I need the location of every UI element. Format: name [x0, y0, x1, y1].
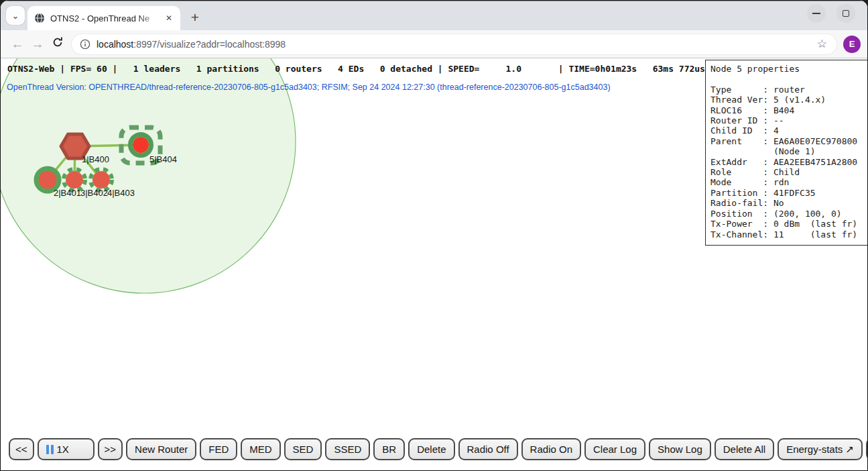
speed-label: 1X: [57, 443, 69, 455]
maximize-icon: [843, 10, 849, 17]
node-label-3: 3|B402: [80, 188, 108, 198]
profile-avatar[interactable]: E: [843, 36, 861, 53]
tab-strip: ⌄ OTNS2 - OpenThread Ne ✕ +: [1, 1, 867, 30]
bookmark-star-icon[interactable]: ☆: [816, 37, 828, 51]
minimize-icon: [812, 13, 820, 14]
show-log-button[interactable]: Show Log: [649, 438, 711, 460]
otns-page: OTNS2-Web | FPS= 60 | 1 leaders 1 partit…: [1, 58, 867, 470]
node-label-5: 5|B404: [149, 154, 177, 164]
bottom-toolbar: << 1X >> New Router FED MED SED SSED BR …: [9, 438, 867, 460]
node-label-1: 1|B400: [82, 154, 109, 164]
clear-log-button[interactable]: Clear Log: [584, 438, 645, 460]
pause-icon: [46, 445, 54, 454]
chevron-down-icon: ⌄: [12, 11, 19, 21]
ssed-button[interactable]: SSED: [325, 438, 370, 460]
browser-window: ⌄ OTNS2 - OpenThread Ne ✕ + ← →: [0, 0, 868, 471]
pause-speed-button[interactable]: 1X: [38, 438, 95, 460]
address-bar: ← → localhost:8997/visualize?addr=localh…: [1, 30, 867, 58]
node-label-2: 2|B401: [54, 188, 81, 198]
reload-button[interactable]: [48, 34, 68, 54]
maximize-button[interactable]: [836, 4, 855, 23]
node-label-4: 4|B403: [107, 188, 135, 198]
radio-off-button[interactable]: Radio Off: [458, 438, 518, 460]
speed-down-button[interactable]: <<: [9, 438, 34, 460]
minimize-button[interactable]: [807, 4, 826, 23]
openthread-version-line: OpenThread Version: OPENTHREAD/thread-re…: [7, 83, 611, 92]
new-tab-button[interactable]: +: [186, 7, 204, 26]
info-icon[interactable]: [80, 39, 90, 50]
simulator-status-bar: OTNS2-Web | FPS= 60 | 1 leaders 1 partit…: [7, 64, 705, 74]
node-properties-panel: Node 5 properties Type : router Thread V…: [705, 60, 867, 246]
br-button[interactable]: BR: [373, 438, 405, 460]
fed-button[interactable]: FED: [200, 438, 237, 460]
sed-button[interactable]: SED: [284, 438, 322, 460]
forward-button[interactable]: →: [27, 34, 48, 54]
tab-title: OTNS2 - OpenThread Ne: [50, 13, 163, 23]
reload-icon: [52, 36, 64, 48]
url-host: localhost: [97, 39, 133, 50]
node-stats-button[interactable]: Node-stats ↗: [866, 438, 867, 460]
radio-on-button[interactable]: Radio On: [521, 438, 581, 460]
new-router-button[interactable]: New Router: [126, 438, 196, 460]
globe-favicon-icon: [34, 13, 45, 23]
speed-up-button[interactable]: >>: [98, 438, 123, 460]
back-button[interactable]: ←: [7, 34, 27, 54]
tab-close-icon[interactable]: ✕: [163, 12, 175, 24]
url-path: :8997/visualize?addr=localhost:8998: [133, 39, 286, 50]
delete-button[interactable]: Delete: [408, 438, 454, 460]
browser-tab[interactable]: OTNS2 - OpenThread Ne ✕: [27, 6, 180, 30]
window-controls: [807, 4, 855, 23]
delete-all-button[interactable]: Delete All: [715, 438, 774, 460]
med-button[interactable]: MED: [241, 438, 280, 460]
url-text[interactable]: localhost:8997/visualize?addr=localhost:…: [97, 39, 816, 50]
omnibox[interactable]: localhost:8997/visualize?addr=localhost:…: [72, 34, 836, 54]
tab-search-button[interactable]: ⌄: [6, 6, 25, 25]
energy-stats-button[interactable]: Energy-stats ↗: [778, 438, 863, 460]
